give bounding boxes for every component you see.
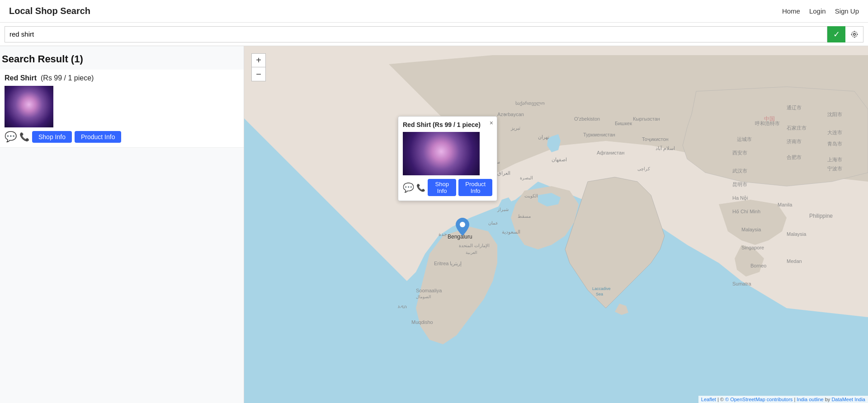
popup-product-image	[403, 132, 480, 175]
map-background: Laccadive Sea Бишкек O'zbekiston Кыргызс…	[244, 46, 868, 403]
svg-text:العراق: العراق	[497, 170, 510, 176]
bengaluru-label: Bengaluru	[448, 234, 472, 240]
svg-text:Eritrea إريتريا: Eritrea إريتريا	[434, 261, 462, 267]
nav-signup[interactable]: Sign Up	[835, 7, 859, 15]
svg-text:Manila: Manila	[778, 202, 793, 207]
product-info-button[interactable]: Product Info	[75, 131, 122, 143]
svg-text:运城市: 运城市	[737, 136, 752, 142]
svg-text:Philippine: Philippine	[809, 213, 833, 219]
svg-text:Hồ Chí Minh: Hồ Chí Minh	[732, 209, 760, 214]
main-nav: Home Login Sign Up	[782, 7, 859, 15]
map-container[interactable]: Laccadive Sea Бишкек O'zbekiston Кыргызс…	[244, 46, 868, 403]
svg-text:宁波市: 宁波市	[827, 166, 842, 171]
svg-text:通辽市: 通辽市	[787, 105, 802, 110]
svg-text:大连市: 大连市	[827, 130, 842, 135]
datameet-link[interactable]: DataMeet India	[831, 397, 865, 402]
whatsapp-icon[interactable]: 💬	[5, 131, 17, 143]
nav-home[interactable]: Home	[782, 7, 800, 15]
nav-login[interactable]: Login	[809, 7, 826, 15]
svg-text:Laccadive: Laccadive	[592, 286, 611, 291]
svg-text:الصومال: الصومال	[416, 295, 431, 300]
search-locate-button[interactable]	[845, 26, 863, 42]
svg-text:Borneo: Borneo	[750, 263, 766, 268]
app-title: Local Shop Search	[9, 6, 90, 16]
svg-text:اسلام آباد: اسلام آباد	[656, 145, 675, 151]
svg-text:上海市: 上海市	[827, 157, 842, 162]
map-attribution: Leaflet | © © OpenStreetMap contributors…	[698, 396, 868, 403]
svg-text:Malaysia: Malaysia	[741, 227, 761, 232]
product-title: Red Shirt (Rs 99 / 1 piece)	[5, 74, 239, 82]
search-result-title: Search Result (1)	[0, 51, 244, 70]
svg-text:Medan: Medan	[787, 258, 802, 264]
svg-text:沈阳市: 沈阳市	[827, 112, 842, 117]
map-popup: × Red Shirt (Rs 99 / 1 piece) 💬 📞 Shop I…	[398, 116, 497, 201]
map-controls: + −	[251, 53, 266, 81]
header: Local Shop Search Home Login Sign Up	[0, 0, 868, 23]
leaflet-link[interactable]: Leaflet	[701, 397, 716, 402]
phone-icon[interactable]: 📞	[19, 132, 29, 142]
sidebar: Search Result (1) Red Shirt (Rs 99 / 1 p…	[0, 46, 244, 403]
popup-product-info-button[interactable]: Product Info	[458, 179, 492, 196]
svg-text:西安市: 西安市	[732, 150, 747, 155]
svg-text:Singapore: Singapore	[741, 245, 764, 250]
svg-text:合肥市: 合肥市	[787, 155, 802, 160]
svg-text:شيراز: شيراز	[497, 207, 509, 212]
svg-text:昆明市: 昆明市	[732, 182, 747, 187]
svg-text:البصرة: البصرة	[520, 175, 533, 181]
svg-point-0	[853, 33, 855, 35]
svg-text:الكويت: الكويت	[524, 193, 538, 199]
product-card: Red Shirt (Rs 99 / 1 piece) 💬 📞 Shop Inf…	[0, 70, 244, 148]
svg-text:አዲስ: አዲስ	[398, 304, 407, 309]
svg-text:中国: 中国	[764, 116, 775, 122]
product-actions: 💬 📞 Shop Info Product Info	[5, 131, 239, 143]
svg-text:کراچی: کراچی	[637, 166, 650, 172]
svg-text:武汉市: 武汉市	[732, 168, 747, 173]
svg-text:اصفهان: اصفهان	[552, 157, 567, 163]
svg-text:Azərbaycan: Azərbaycan	[497, 112, 524, 117]
india-outline-link[interactable]: India outline	[797, 397, 823, 402]
popup-whatsapp-icon[interactable]: 💬	[403, 182, 414, 193]
svg-text:O'zbekiston: O'zbekiston	[574, 116, 600, 122]
popup-product-actions: 💬 📞 Shop Info Product Info	[403, 179, 492, 196]
search-input[interactable]	[5, 26, 827, 42]
svg-text:جدة: جدة	[439, 231, 447, 237]
shop-info-button[interactable]: Shop Info	[32, 131, 72, 143]
svg-text:Ha Nội: Ha Nội	[732, 195, 748, 201]
svg-text:Sumatra: Sumatra	[732, 281, 751, 286]
popup-shop-info-button[interactable]: Shop Info	[428, 179, 456, 196]
svg-text:Malaysia: Malaysia	[787, 231, 807, 237]
svg-text:تهران: تهران	[538, 134, 549, 140]
svg-text:Кыргызстан: Кыргызстан	[633, 116, 660, 122]
svg-text:مسقط: مسقط	[518, 214, 531, 219]
svg-text:济南市: 济南市	[787, 139, 802, 144]
main-content: Search Result (1) Red Shirt (Rs 99 / 1 p…	[0, 46, 868, 403]
popup-phone-icon[interactable]: 📞	[416, 183, 425, 192]
svg-text:عمان: عمان	[488, 220, 498, 225]
svg-text:青岛市: 青岛市	[827, 141, 842, 146]
popup-close-button[interactable]: ×	[490, 119, 493, 127]
popup-product-title: Red Shirt (Rs 99 / 1 piece)	[403, 121, 492, 128]
svg-point-59	[460, 222, 465, 227]
svg-text:تبریز: تبریز	[510, 125, 520, 131]
zoom-in-button[interactable]: +	[252, 54, 265, 67]
svg-text:Sea: Sea	[596, 292, 603, 296]
osm-link[interactable]: © OpenStreetMap contributors	[725, 397, 793, 402]
svg-text:Афганистан: Афганистан	[597, 150, 624, 155]
search-bar: ✓	[0, 23, 868, 46]
zoom-out-button[interactable]: −	[252, 67, 265, 81]
svg-text:Soomaaliya: Soomaaliya	[416, 288, 442, 293]
svg-text:Muqdisho: Muqdisho	[411, 319, 433, 325]
map-location-pin[interactable]	[456, 218, 469, 236]
svg-text:السعودية: السعودية	[502, 229, 520, 235]
svg-text:Тоҷикистон: Тоҷикистон	[642, 136, 669, 142]
svg-text:石家庄市: 石家庄市	[787, 125, 807, 131]
svg-text:Туркменистан: Туркменистан	[583, 132, 615, 137]
svg-text:العربية: العربية	[466, 250, 477, 255]
svg-point-1	[852, 32, 857, 37]
product-image	[5, 86, 53, 127]
svg-text:საქართველო: საქართველო	[515, 101, 545, 106]
search-submit-button[interactable]: ✓	[827, 26, 845, 42]
svg-text:الإمارات المتحدة: الإمارات المتحدة	[459, 243, 490, 248]
svg-text:Бишкек: Бишкек	[615, 121, 632, 126]
